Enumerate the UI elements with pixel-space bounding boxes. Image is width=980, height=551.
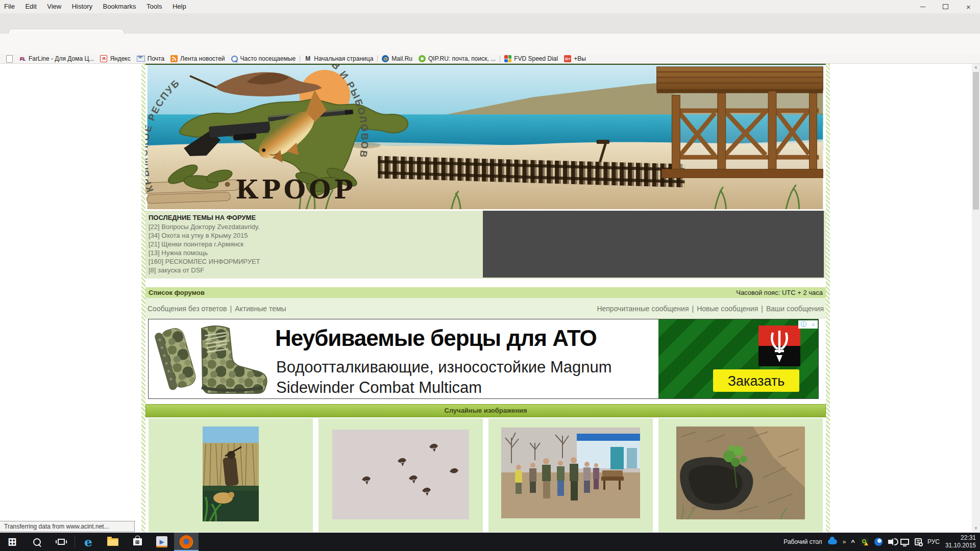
taskbar-explorer-button[interactable]: [101, 533, 125, 551]
bookmark-label: Mail.Ru: [391, 55, 412, 62]
taskbar-edge-button[interactable]: e: [76, 533, 101, 551]
clock-time: 22:31: [945, 534, 976, 542]
bookmark-item-yandex[interactable]: ЯЯндекс: [97, 55, 133, 63]
bookmark-item-fvd[interactable]: FVD Speed Dial: [501, 55, 561, 63]
menu-file[interactable]: File: [0, 0, 19, 13]
thumbnail-image-burnt-slope[interactable]: [676, 427, 805, 519]
link-unread[interactable]: Непрочитанные сообщения: [597, 305, 689, 313]
status-bar: Transferring data from www.acint.net...: [0, 521, 135, 532]
search-icon: [33, 538, 41, 546]
bookmark-item-blank[interactable]: [3, 55, 16, 63]
scroll-up-icon[interactable]: ▲: [972, 64, 980, 71]
language-indicator[interactable]: РУС: [927, 538, 940, 545]
desktop-peek-label[interactable]: Рабочий стол: [783, 538, 822, 545]
close-button[interactable]: ×: [957, 0, 980, 13]
task-view-icon: [58, 539, 65, 545]
minimize-button[interactable]: [911, 0, 934, 13]
bookmark-item-most-visited[interactable]: Часто посещаемые: [228, 55, 299, 63]
task-view-button[interactable]: [49, 533, 74, 551]
taskbar-clock[interactable]: 22:31 31.10.2015: [945, 534, 976, 549]
thumbnail-image-hunters-meeting[interactable]: [501, 428, 640, 518]
random-images-bar: Случайные изображения: [145, 404, 826, 417]
ad-banner[interactable]: Неубиваемые берцы для АТО Водоотталкиваю…: [148, 319, 819, 399]
notification-icon[interactable]: [915, 538, 922, 545]
right-stripe-border: [826, 64, 830, 532]
thumbnail-image-flying-birds[interactable]: [332, 430, 469, 519]
windows-taskbar: ⊞ e ⊞ ▶ Рабочий стол » ^ РУС 22:31 31.10…: [0, 533, 980, 551]
link-active-topics[interactable]: Активные темы: [235, 305, 286, 313]
bookmark-label: FVD Speed Dial: [514, 55, 558, 62]
taskbar-firefox-button[interactable]: [174, 533, 199, 551]
scroll-down-icon[interactable]: ▼: [972, 525, 980, 532]
network-icon[interactable]: [900, 539, 909, 545]
random-image-cell: [318, 418, 483, 532]
ad-order-button[interactable]: Заказать: [713, 369, 799, 392]
navigation-toolbar: ← www.huntincrimea.com/forum/index.php ▾…: [0, 34, 980, 54]
latest-topic-link[interactable]: [21] Щенки поинтера г.Армянск: [149, 240, 243, 248]
volume-icon[interactable]: [888, 540, 892, 544]
menu-history[interactable]: History: [68, 0, 96, 13]
show-hidden-icons-button[interactable]: ^: [851, 538, 855, 546]
bookmark-label: Лента новостей: [180, 55, 225, 62]
header-banner-image[interactable]: КРЫМСКОЕ РЕСПУБ ОВ И РЫБОЛОВОВ КРООР: [145, 64, 826, 209]
upa-flag-icon: [758, 325, 800, 366]
link-your-posts[interactable]: Ваши сообщения: [766, 305, 824, 313]
farline-icon: FL: [19, 55, 26, 62]
bookmark-item-qip[interactable]: QIP.RU: почта, поиск, ...: [415, 55, 499, 63]
onedrive-cloud-icon[interactable]: [828, 539, 837, 544]
bookmark-item-farline[interactable]: FLFarLine - Для Дома Ц...: [16, 55, 97, 63]
forum-list-link[interactable]: Список форумов: [149, 289, 205, 296]
chevrons-icon[interactable]: »: [843, 538, 846, 545]
m-icon: M: [304, 55, 311, 62]
separator: |: [692, 305, 694, 313]
bookmarks-bar: FLFarLine - Для Дома Ц... ЯЯндекс Почта …: [0, 54, 980, 64]
separator: |: [761, 305, 763, 313]
nvidia-tray-icon[interactable]: [861, 538, 869, 546]
link-new-posts[interactable]: Новые сообщения: [697, 305, 758, 313]
at-icon: @: [382, 55, 389, 62]
yandex-icon: Я: [100, 55, 107, 62]
forum-content: КРЫМСКОЕ РЕСПУБ ОВ И РЫБОЛОВОВ КРООР ПОС…: [145, 64, 826, 532]
menu-help[interactable]: Help: [168, 0, 190, 13]
bookmark-item-mail[interactable]: Почта: [134, 55, 167, 63]
qip-icon: [419, 55, 426, 62]
latest-topic-link[interactable]: [22] Вопросы Доктору Zvezdatavridy.: [149, 223, 260, 231]
separator: [75, 536, 75, 548]
banner-art: КРЫМСКОЕ РЕСПУБ ОВ И РЫБОЛОВОВ КРООР: [145, 65, 825, 209]
latest-topics-section: ПОСЛЕДНИЕ ТЕМЫ НА ФОРУМЕ [22] Вопросы До…: [145, 211, 826, 279]
restore-button[interactable]: [934, 0, 957, 13]
menu-bookmarks[interactable]: Bookmarks: [99, 0, 140, 13]
taskbar-search-button[interactable]: [24, 533, 49, 551]
fvd-icon: [504, 55, 511, 62]
latest-topic-link[interactable]: [34] Охота на утку в Крыму 2015: [149, 232, 248, 239]
rss-icon: [170, 55, 178, 62]
empty-ad-frame: [483, 211, 824, 278]
start-button[interactable]: ⊞: [0, 533, 24, 551]
ad-close-icon[interactable]: ×: [812, 321, 816, 329]
menu-tools[interactable]: Tools: [142, 0, 166, 13]
menu-edit[interactable]: Edit: [21, 0, 40, 13]
menu-bar: File Edit View History Bookmarks Tools H…: [0, 0, 980, 13]
page-viewport: КРЫМСКОЕ РЕСПУБ ОВ И РЫБОЛОВОВ КРООР ПОС…: [0, 64, 980, 532]
adchoices-info-icon[interactable]: ⓘ: [801, 320, 807, 329]
bookmark-item-news-feed[interactable]: Лента новостей: [167, 55, 228, 63]
magnifier-icon: [231, 56, 238, 62]
bookmark-item-mailru[interactable]: @Mail.Ru: [379, 55, 415, 63]
menu-view[interactable]: View: [43, 0, 65, 13]
app-tray-icon[interactable]: [874, 538, 883, 546]
thumbnail-image-hunter-marsh[interactable]: [203, 427, 259, 521]
separator: [377, 56, 378, 62]
scrollbar-thumb[interactable]: [973, 72, 979, 210]
clock-date: 31.10.2015: [945, 542, 976, 549]
bookmark-item-gplus[interactable]: G++Вы: [561, 55, 589, 63]
bookmark-item-home-page[interactable]: MНачальная страница: [301, 55, 376, 63]
taskbar-store-button[interactable]: ⊞: [125, 533, 150, 551]
latest-topic-link[interactable]: [160] РЕСКОМЛЕС ИНФОРМИРУЕТ: [149, 258, 260, 265]
taskbar-media-player-button[interactable]: ▶: [150, 533, 174, 551]
bookmark-label: Яндекс: [110, 55, 130, 62]
latest-topic-link[interactable]: [8] закуска от DSF: [149, 266, 204, 274]
link-unanswered[interactable]: Сообщения без ответов: [148, 305, 227, 313]
latest-topic-link[interactable]: [13] Нужна помощь: [149, 249, 208, 257]
separator: [500, 56, 500, 62]
ad-headline: Неубиваемые берцы для АТО: [275, 325, 597, 351]
